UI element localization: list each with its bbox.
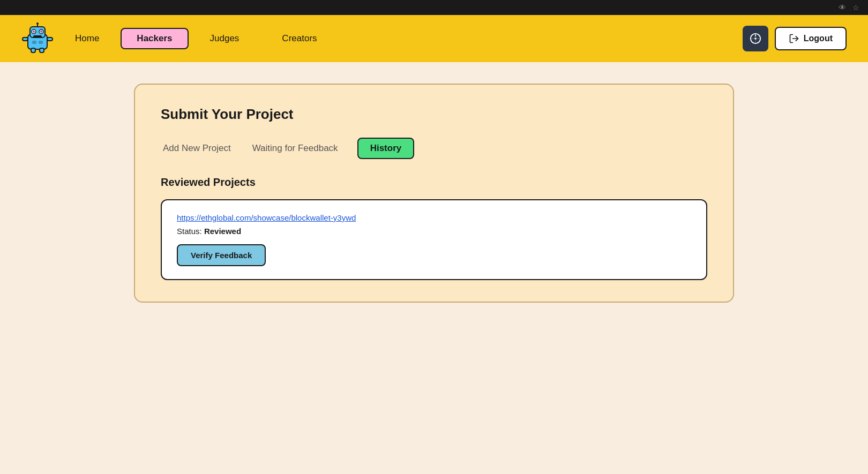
logout-button[interactable]: Logout <box>775 27 847 50</box>
logo[interactable] <box>21 22 54 55</box>
tab-waiting-for-feedback[interactable]: Waiting for Feedback <box>250 140 340 157</box>
svg-rect-12 <box>47 37 53 41</box>
svg-point-6 <box>33 31 35 33</box>
nav-home[interactable]: Home <box>54 29 121 48</box>
svg-rect-8 <box>33 35 42 37</box>
status-value: Reviewed <box>204 227 241 236</box>
svg-point-3 <box>36 22 39 25</box>
logout-label: Logout <box>804 34 833 43</box>
tab-history[interactable]: History <box>357 138 415 159</box>
main-content: Submit Your Project Add New Project Wait… <box>0 62 868 324</box>
card-title: Submit Your Project <box>161 106 707 123</box>
project-status: Status: Reviewed <box>177 227 691 236</box>
tab-add-new-project[interactable]: Add New Project <box>161 140 233 157</box>
project-url[interactable]: https://ethglobal.com/showcase/blockwall… <box>177 213 691 222</box>
navbar: Home Hackers Judges Creators Logout <box>0 15 868 62</box>
navbar-right: Logout <box>743 26 847 51</box>
nav-creators[interactable]: Creators <box>260 29 338 48</box>
svg-point-7 <box>40 31 42 33</box>
nav-hackers[interactable]: Hackers <box>121 28 188 49</box>
nav-judges[interactable]: Judges <box>189 29 261 48</box>
svg-rect-9 <box>32 41 36 44</box>
svg-rect-11 <box>23 37 28 41</box>
reviewed-projects-title: Reviewed Projects <box>161 176 707 189</box>
status-label: Status: <box>177 227 202 236</box>
tab-bar: Add New Project Waiting for Feedback His… <box>161 138 707 159</box>
submit-project-card: Submit Your Project Add New Project Wait… <box>134 84 734 303</box>
project-card: https://ethglobal.com/showcase/blockwall… <box>161 199 707 280</box>
svg-rect-10 <box>39 41 43 44</box>
svg-rect-14 <box>40 48 44 52</box>
verify-feedback-button[interactable]: Verify Feedback <box>177 244 266 266</box>
logout-icon <box>789 33 799 44</box>
star-icon: ☆ <box>852 3 859 12</box>
settings-icon-button[interactable] <box>743 26 768 51</box>
nav-links: Home Hackers Judges Creators <box>54 28 743 49</box>
svg-rect-13 <box>31 48 35 52</box>
eye-icon: 👁 <box>839 3 846 12</box>
compass-icon <box>750 33 761 44</box>
browser-bar: 👁 ☆ <box>0 0 868 15</box>
